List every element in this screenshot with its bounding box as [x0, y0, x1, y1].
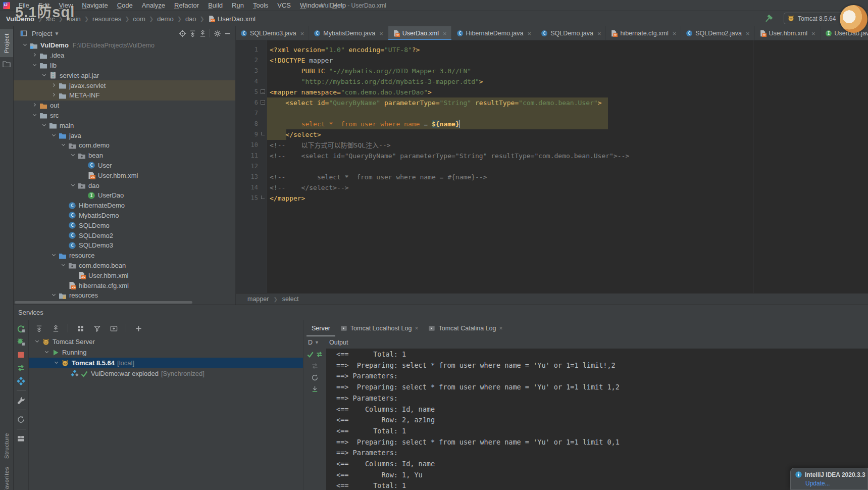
chevron-down-icon[interactable]	[34, 338, 41, 346]
editor-tab-hibernate-cfg-xml[interactable]: <>hibernate.cfg.xml×	[606, 26, 681, 40]
services-item-tomcat-server[interactable]: Tomcat Server	[29, 336, 303, 347]
console-tab-tomcat-catalina-log[interactable]: Tomcat Catalina Log×	[423, 320, 507, 336]
menu-build[interactable]: Build	[203, 0, 227, 11]
tree-item-java[interactable]: java	[14, 130, 235, 140]
console-output[interactable]: <== Total: 1 ==> Preparing: select * fro…	[326, 349, 868, 490]
chevron-down-icon[interactable]	[50, 252, 58, 259]
menu-vcs[interactable]: VCS	[273, 0, 295, 11]
menu-run[interactable]: Run	[227, 0, 248, 11]
services-view-button[interactable]	[17, 434, 25, 443]
breadcrumb-file[interactable]: <>UserDao.xml	[208, 15, 256, 23]
close-icon[interactable]: ×	[300, 30, 304, 37]
editor-tab-mybatisdemo-java[interactable]: CMybatisDemo.java×	[309, 26, 388, 40]
chevron-down-icon[interactable]	[53, 359, 61, 367]
tree-item-sqldemo[interactable]: CSQLDemo	[14, 220, 235, 230]
group-by-button[interactable]	[75, 323, 85, 333]
breadcrumb-item[interactable]: demo	[157, 15, 174, 23]
editor-tab-sqldemo-java[interactable]: CSQLDemo.java×	[536, 26, 606, 40]
chevron-down-icon[interactable]	[43, 349, 51, 356]
expand-all-button[interactable]	[187, 28, 197, 38]
services-item-vuldemo-war-exploded[interactable]: VulDemo:war exploded[Synchronized]	[29, 368, 303, 379]
menu-code[interactable]: Code	[113, 0, 137, 11]
chevron-down-icon[interactable]	[60, 141, 68, 149]
deploy-all-button[interactable]	[17, 377, 25, 385]
chevron-down-icon[interactable]	[60, 262, 68, 269]
horizontal-scrollbar[interactable]	[15, 301, 192, 304]
breadcrumb-select[interactable]: select	[282, 296, 299, 303]
chevron-right-icon[interactable]	[50, 91, 58, 99]
tree-item-user-hbm-xml[interactable]: <>User.hbm.xml	[14, 170, 235, 180]
hide-panel-button[interactable]	[222, 28, 232, 38]
chevron-down-icon[interactable]	[50, 291, 58, 299]
tree-item-mybatisdemo[interactable]: CMybatisDemo	[14, 211, 235, 221]
add-service-button[interactable]	[133, 323, 143, 333]
collapse-all-button[interactable]	[197, 28, 208, 38]
build-button[interactable]	[763, 13, 774, 24]
chevron-down-icon[interactable]: ▼	[54, 31, 59, 36]
breadcrumb-item[interactable]: resources	[92, 15, 121, 23]
collapse-all-button[interactable]	[50, 323, 61, 333]
filter-button[interactable]	[92, 323, 102, 333]
console-refresh-output-button[interactable]	[311, 374, 319, 381]
expand-all-button[interactable]	[34, 323, 44, 333]
project-view-title[interactable]: Project	[32, 30, 52, 37]
console-swap-output-button[interactable]	[311, 362, 319, 370]
tree-item-bean[interactable]: bean	[14, 151, 235, 161]
stripe-button-favorites[interactable]: Favorites	[0, 467, 13, 490]
edit-configuration-button[interactable]	[17, 396, 25, 405]
tree-item--idea[interactable]: .idea	[14, 51, 235, 61]
fold-icon[interactable]: –	[261, 89, 265, 94]
chevron-right-icon[interactable]	[31, 102, 39, 109]
tree-item-meta-inf[interactable]: META-INF	[14, 90, 235, 101]
close-icon[interactable]: ×	[415, 325, 418, 332]
tree-item-src[interactable]: src	[14, 111, 235, 121]
close-icon[interactable]: ×	[597, 30, 601, 37]
tree-item-user[interactable]: CUser	[14, 161, 235, 171]
breadcrumb-mapper[interactable]: mapper	[247, 296, 269, 303]
rerun-button[interactable]	[17, 324, 25, 333]
stripe-button-project[interactable]: Project	[0, 29, 13, 57]
chevron-down-icon[interactable]	[50, 132, 58, 139]
close-icon[interactable]: ×	[528, 30, 532, 37]
tree-item-sqldemo3[interactable]: CSQLDemo3	[14, 240, 235, 251]
tree-item-resource[interactable]: resource	[14, 251, 235, 261]
close-icon[interactable]: ×	[499, 325, 502, 332]
close-icon[interactable]: ×	[443, 30, 447, 37]
deploy-button[interactable]	[17, 364, 25, 372]
breadcrumb-item[interactable]: com	[133, 15, 145, 23]
chevron-down-icon[interactable]	[41, 122, 48, 129]
editor-tab-sqldemo2-java[interactable]: CSQLDemo2.java×	[681, 26, 754, 40]
stripe-button-structure[interactable]: Structure	[0, 433, 13, 459]
preview-button[interactable]	[109, 323, 119, 333]
editor-tab-userdao-xml[interactable]: <>UserDao.xml×	[388, 26, 452, 40]
tree-item-user-hbm-xml[interactable]: <>User.hbm.xml	[14, 270, 235, 280]
chevron-down-icon[interactable]	[70, 182, 77, 189]
tree-item-com-demo-bean[interactable]: com.demo.bean	[14, 261, 235, 271]
chevron-down-icon[interactable]	[22, 41, 29, 49]
chevron-down-icon[interactable]	[31, 62, 39, 69]
stop-button[interactable]	[17, 351, 25, 359]
services-item-tomcat-8-5-64[interactable]: Tomcat 8.5.64[local]	[29, 358, 303, 368]
tree-item-out[interactable]: out	[14, 101, 235, 111]
fold-end-icon[interactable]	[261, 195, 265, 199]
menu-tools[interactable]: Tools	[248, 0, 273, 11]
breadcrumb-item[interactable]: dao	[185, 15, 196, 23]
console-scroll-to-end-button[interactable]	[311, 385, 319, 393]
tree-item-vuldemo[interactable]: VulDemoF:\IDE\ideaProjects\VulDemo	[14, 40, 235, 51]
tree-item-resources[interactable]: resources	[14, 290, 235, 301]
menu-analyze[interactable]: Analyze	[137, 0, 170, 11]
editor-tab-user-hbm-xml[interactable]: <>User.hbm.xml×	[755, 26, 821, 40]
editor-tab-hibernatedemo-java[interactable]: CHibernateDemo.java×	[452, 26, 537, 40]
fold-icon[interactable]: –	[261, 100, 265, 105]
console-tab-tomcat-localhost-log[interactable]: Tomcat Localhost Log×	[335, 320, 424, 336]
tree-item-dao[interactable]: dao	[14, 180, 235, 190]
close-icon[interactable]: ×	[811, 30, 815, 37]
close-icon[interactable]: ×	[673, 30, 677, 37]
menu-navigate[interactable]: Navigate	[77, 0, 112, 11]
folder-icon[interactable]	[3, 60, 11, 68]
close-icon[interactable]: ×	[379, 30, 383, 37]
tree-item-hibernate-cfg-xml[interactable]: <>hibernate.cfg.xml	[14, 280, 235, 290]
update-link[interactable]: Update...	[805, 480, 863, 487]
tree-item-hibernatedemo[interactable]: CHibernateDemo	[14, 201, 235, 211]
locate-file-button[interactable]	[177, 28, 187, 38]
